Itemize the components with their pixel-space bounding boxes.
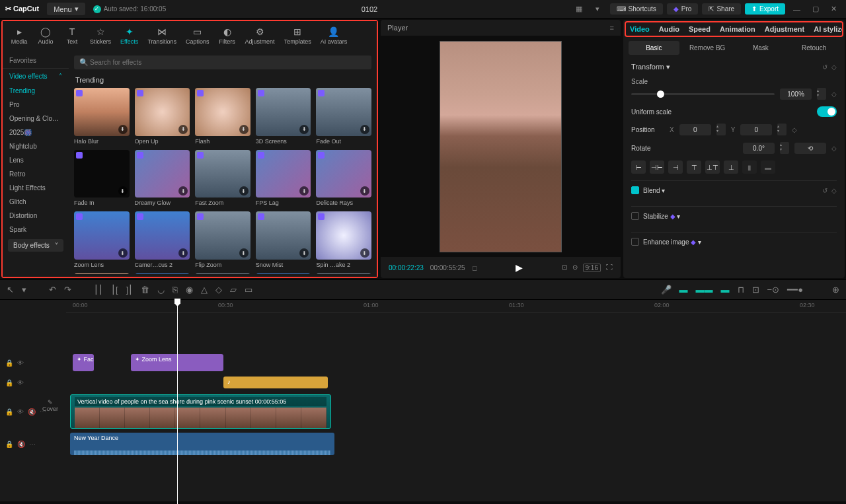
- fullscreen-icon[interactable]: ⛶: [606, 264, 613, 272]
- effect-thumb[interactable]: ⬇: [195, 88, 250, 136]
- effect-card[interactable]: ⬇Open Up: [135, 88, 190, 145]
- tool-ai-avatars[interactable]: 👤AI avatars: [317, 24, 352, 48]
- sidebar-item-trending[interactable]: Trending: [3, 84, 69, 98]
- align-left-icon[interactable]: ⊢: [631, 161, 646, 174]
- tool-adjustment[interactable]: ⚙Adjustment: [241, 24, 279, 48]
- tab-ai-stylize[interactable]: AI stylize: [814, 25, 843, 33]
- crop-tool[interactable]: ▱: [230, 285, 237, 295]
- effect-card[interactable]: ⬇Flip Zoom: [195, 211, 250, 268]
- export-button[interactable]: ⬆ Export: [745, 3, 785, 15]
- effect-card[interactable]: ⬇3D Screens: [256, 88, 311, 145]
- download-icon[interactable]: ⬇: [299, 248, 309, 258]
- subtab-retouch[interactable]: Retouch: [788, 41, 839, 55]
- align-top-icon[interactable]: ⊤: [687, 161, 701, 174]
- reset-icon[interactable]: ↺: [822, 187, 827, 194]
- download-icon[interactable]: ⬇: [299, 186, 309, 196]
- keyframe-icon[interactable]: ◇: [792, 126, 797, 133]
- tool-media[interactable]: ▸Media: [7, 24, 32, 48]
- track-opt2-icon[interactable]: ▬▬: [696, 285, 713, 295]
- export-frame-tool[interactable]: ▭: [245, 285, 252, 295]
- link-icon[interactable]: ⊡: [752, 285, 759, 295]
- sidebar-item-lens[interactable]: Lens: [3, 153, 69, 167]
- tool-audio[interactable]: ◯Audio: [33, 24, 58, 48]
- effect-thumb[interactable]: ⬇: [135, 211, 190, 260]
- stabilize-label[interactable]: Stabilize ◆ ▾: [643, 213, 680, 220]
- favorites-row[interactable]: Favorites: [3, 53, 69, 69]
- zoom-slider[interactable]: ━━●: [787, 285, 803, 295]
- effect-card[interactable]: ⬇Dreamy Glow: [135, 150, 190, 207]
- trim-right-tool[interactable]: ]⎮: [126, 285, 134, 295]
- tab-adjustment[interactable]: Adjustment: [765, 25, 805, 33]
- record-tool[interactable]: ◉: [186, 285, 193, 295]
- scale-slider[interactable]: [631, 93, 775, 95]
- enhance-label[interactable]: Enhance image ◆ ▾: [643, 238, 701, 246]
- player-menu-icon[interactable]: ≡: [610, 24, 614, 32]
- align-center-h-icon[interactable]: ⊣⊢: [650, 161, 664, 174]
- sidebar-item-2025-[interactable]: 2025🎆: [3, 126, 69, 139]
- download-icon[interactable]: ⬇: [360, 125, 369, 134]
- trim-left-tool[interactable]: ⎮[: [111, 285, 118, 295]
- pos-y-spinner[interactable]: ▴▾: [777, 124, 787, 135]
- keyframe-icon[interactable]: ◇: [831, 63, 837, 71]
- effect-card[interactable]: ⬇: [135, 273, 190, 274]
- effect-card[interactable]: ⬇: [316, 273, 371, 274]
- cover-button[interactable]: ✎Cover: [40, 399, 61, 412]
- effect-card[interactable]: ⬇: [74, 273, 130, 274]
- pos-x-spinner[interactable]: ▴▾: [716, 124, 726, 135]
- zoom-out-icon[interactable]: −⊙: [767, 285, 780, 295]
- effect-thumb[interactable]: ⬇: [74, 88, 130, 136]
- download-icon[interactable]: ⬇: [299, 125, 309, 134]
- effect-card[interactable]: ⬇Camer…cus 2: [135, 211, 190, 268]
- subtab-remove-bg[interactable]: Remove BG: [682, 41, 733, 55]
- align-center-v-icon[interactable]: ⊥⊤: [705, 161, 720, 174]
- video-preview[interactable]: [440, 41, 562, 252]
- enhance-checkbox[interactable]: [631, 238, 639, 246]
- search-input[interactable]: [74, 55, 371, 69]
- tool-captions[interactable]: ▭Captions: [182, 24, 213, 48]
- mic-icon[interactable]: 🎤: [661, 285, 672, 295]
- download-icon[interactable]: ⬇: [118, 125, 128, 134]
- fit-icon[interactable]: ⊕: [832, 285, 839, 295]
- sidebar-item-opening-clos-[interactable]: Opening & Clos…: [3, 112, 69, 126]
- maximize-button[interactable]: ▢: [808, 5, 823, 13]
- effect-card[interactable]: ⬇Snow Mist: [256, 211, 311, 268]
- select-dropdown[interactable]: ▾: [22, 285, 26, 295]
- playhead[interactable]: [177, 300, 178, 504]
- sidebar-item-light-effects[interactable]: Light Effects: [3, 181, 69, 195]
- download-icon[interactable]: ⬇: [360, 248, 369, 258]
- rotate-tool[interactable]: ◇: [215, 285, 222, 295]
- mirror-tool[interactable]: △: [201, 285, 208, 295]
- layout-icon[interactable]: ▦: [573, 3, 585, 15]
- effect-thumb[interactable]: ⬇: [256, 211, 311, 260]
- audio-track-head[interactable]: 🔒🔇⋯: [0, 431, 66, 457]
- sidebar-item-nightclub[interactable]: Nightclub: [3, 139, 69, 153]
- ratio-icon[interactable]: ⊡: [562, 264, 567, 272]
- tool-filters[interactable]: ◐Filters: [215, 24, 240, 48]
- subtab-basic[interactable]: Basic: [629, 41, 679, 55]
- rotate-spinner[interactable]: ▴▾: [780, 142, 789, 154]
- audio-clip[interactable]: New Year Dance: [70, 433, 334, 455]
- effect-thumb[interactable]: ⬇: [256, 150, 311, 198]
- tool-templates[interactable]: ⊞Templates: [280, 24, 315, 48]
- effect-thumb[interactable]: ⬇: [195, 273, 250, 274]
- caption-track-head[interactable]: 🔒👁: [0, 373, 66, 392]
- minimize-button[interactable]: —: [789, 5, 804, 13]
- crop-icon[interactable]: ⊙: [572, 264, 578, 272]
- menu-button[interactable]: Menu ▾: [47, 3, 85, 15]
- copy-tool[interactable]: ⎘: [173, 285, 178, 295]
- effect-thumb[interactable]: ⬇: [256, 88, 311, 136]
- position-y-input[interactable]: [740, 124, 772, 135]
- effect-thumb[interactable]: ⬇: [74, 150, 130, 198]
- effect-card[interactable]: ⬇: [195, 273, 250, 274]
- effect-thumb[interactable]: ⬇: [74, 211, 130, 260]
- chevron-down-icon[interactable]: ▾: [593, 3, 602, 15]
- distribute-h-icon[interactable]: ▮: [742, 161, 757, 174]
- keyframe-icon[interactable]: ◇: [831, 145, 837, 152]
- video-clip[interactable]: Vertical video of people on the sea shor…: [70, 394, 331, 429]
- sidebar-item-spark[interactable]: Spark: [3, 223, 69, 236]
- tab-speed[interactable]: Speed: [689, 25, 711, 33]
- download-icon[interactable]: ⬇: [118, 186, 128, 196]
- stabilize-checkbox[interactable]: [631, 212, 639, 220]
- download-icon[interactable]: ⬇: [239, 125, 249, 134]
- delete-tool[interactable]: 🗑: [141, 285, 149, 295]
